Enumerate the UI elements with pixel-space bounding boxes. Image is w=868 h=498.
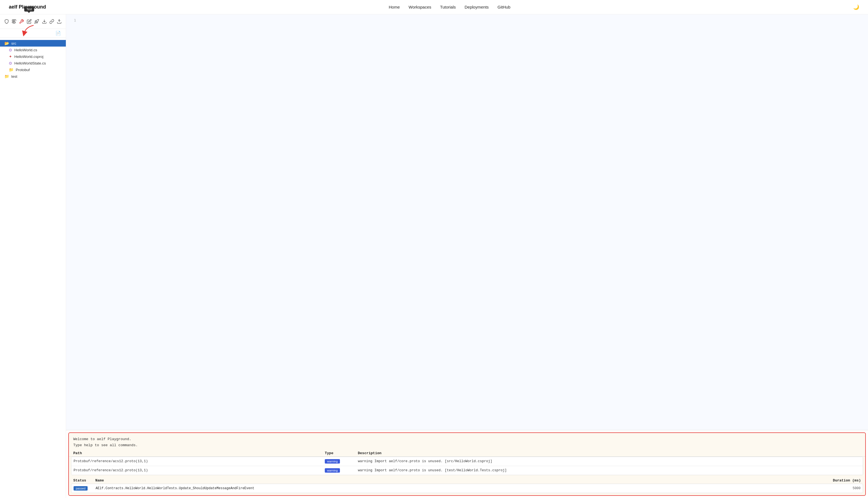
file-tree-item-helloworldstate-cs[interactable]: ⊙ HelloWorldState.cs bbox=[0, 60, 66, 66]
new-file-button[interactable]: 📄 bbox=[54, 30, 63, 36]
wrench-toolbar-btn[interactable] bbox=[18, 17, 25, 26]
link-toolbar-btn[interactable] bbox=[49, 17, 55, 26]
output-panel: Welcome to aelf Playground. Type help to… bbox=[68, 432, 866, 496]
test-row1-status: passed bbox=[74, 486, 96, 490]
toolbar: Test bbox=[0, 14, 66, 29]
file-name-helloworld-csproj: HelloWorld.csproj bbox=[14, 55, 43, 59]
folder-closed-icon: 📁 bbox=[9, 67, 13, 72]
dark-mode-icon[interactable]: 🌙 bbox=[853, 4, 859, 10]
warning-badge-1: warning bbox=[325, 459, 340, 463]
main-layout: Test bbox=[0, 14, 868, 498]
test-col-status: Status bbox=[73, 479, 95, 483]
file-tree-item-helloworld-cs[interactable]: ⊙ HelloWorld.cs bbox=[0, 47, 66, 53]
row2-path: Protobuf/reference/acs12.proto(13,1) bbox=[74, 469, 325, 472]
app-logo: aelf Playground bbox=[9, 4, 46, 10]
row2-desc: warning Import aelf/core.proto is unused… bbox=[358, 469, 860, 472]
test-table-header: Status Name Duration (ms) bbox=[71, 477, 863, 484]
shield-toolbar-btn[interactable] bbox=[3, 17, 10, 26]
test-section: Status Name Duration (ms) passed AElf.Co… bbox=[71, 477, 863, 493]
cs-file-icon: ⊙ bbox=[9, 48, 12, 52]
col-type: Type bbox=[325, 451, 358, 455]
file-tree-item-test[interactable]: 📁 test bbox=[0, 73, 66, 80]
csproj-icon: ✦ bbox=[9, 54, 12, 59]
test-row-1: passed AElf.Contracts.HelloWorld.HelloWo… bbox=[71, 484, 863, 493]
file-name-protobuf: Protobuf bbox=[16, 68, 30, 72]
test-col-duration: Duration (ms) bbox=[833, 479, 861, 483]
editor-area: 1 Welcome to aelf Playground. Type help … bbox=[66, 14, 868, 498]
col-description: Description bbox=[358, 451, 861, 455]
test-rows: passed AElf.Contracts.HelloWorld.HelloWo… bbox=[71, 484, 863, 493]
nav-tutorials[interactable]: Tutorials bbox=[440, 5, 456, 9]
file-tree-item-protobuf[interactable]: 📁 Protobuf bbox=[0, 66, 66, 73]
col-path: Path bbox=[73, 451, 325, 455]
sidebar: Test bbox=[0, 14, 66, 498]
folder-open-icon: 📂 bbox=[4, 41, 9, 45]
file-tree: 📂 src ⊙ HelloWorld.cs ✦ HelloWorld.cspro… bbox=[0, 38, 66, 498]
line-numbers: 1 bbox=[66, 14, 79, 27]
test-row1-duration: 5000 bbox=[853, 486, 860, 490]
file-name-helloworld-cs: HelloWorld.cs bbox=[14, 48, 37, 52]
test-folder-icon: 📁 bbox=[4, 74, 9, 79]
share-toolbar-btn[interactable] bbox=[56, 17, 63, 26]
file-name-helloworldstate-cs: HelloWorldState.cs bbox=[14, 61, 46, 65]
welcome-line1: Welcome to aelf Playground. bbox=[73, 436, 861, 442]
download-toolbar-btn[interactable] bbox=[41, 17, 48, 26]
row1-desc: warning Import aelf/core.proto is unused… bbox=[358, 459, 860, 463]
row1-path: Protobuf/reference/acs12.proto(13,1) bbox=[74, 459, 325, 463]
output-row-1: Protobuf/reference/acs12.proto(13,1) war… bbox=[71, 457, 863, 466]
output-row-2: Protobuf/reference/acs12.proto(13,1) war… bbox=[71, 466, 863, 475]
nav-workspaces[interactable]: Workspaces bbox=[409, 5, 431, 9]
test-row1-name: AElf.Contracts.HelloWorld.HelloWorldTest… bbox=[96, 486, 853, 490]
pencil-toolbar-btn[interactable] bbox=[26, 17, 32, 26]
new-file-area: 📄 bbox=[0, 29, 66, 38]
rocket-toolbar-btn[interactable] bbox=[34, 17, 40, 26]
output-table-header: Path Type Description bbox=[69, 450, 865, 457]
output-welcome: Welcome to aelf Playground. Type help to… bbox=[69, 433, 865, 450]
file-name-src: src bbox=[11, 41, 16, 45]
file-tree-item-helloworld-csproj[interactable]: ✦ HelloWorld.csproj bbox=[0, 53, 66, 60]
nav-github[interactable]: GitHub bbox=[497, 5, 510, 9]
welcome-line2: Type help to see all commands. bbox=[73, 442, 861, 448]
editor-pane[interactable]: 1 bbox=[66, 14, 868, 430]
file-tree-item-src[interactable]: 📂 src bbox=[0, 40, 66, 47]
passed-badge: passed bbox=[74, 486, 88, 490]
cs-state-icon: ⊙ bbox=[9, 61, 12, 65]
output-table-rows: Protobuf/reference/acs12.proto(13,1) war… bbox=[71, 457, 863, 475]
puzzle-toolbar-btn[interactable] bbox=[11, 17, 17, 26]
test-col-name: Name bbox=[95, 479, 833, 483]
nav-links: Home Workspaces Tutorials Deployments Gi… bbox=[389, 5, 510, 9]
row1-type: warning bbox=[325, 459, 358, 463]
warning-badge-2: warning bbox=[325, 468, 340, 473]
nav-deployments[interactable]: Deployments bbox=[465, 5, 489, 9]
file-name-test: test bbox=[11, 75, 17, 79]
nav-right: 🌙 bbox=[853, 4, 859, 10]
row2-type: warning bbox=[325, 468, 358, 473]
top-nav: aelf Playground Home Workspaces Tutorial… bbox=[0, 0, 868, 14]
nav-home[interactable]: Home bbox=[389, 5, 400, 9]
